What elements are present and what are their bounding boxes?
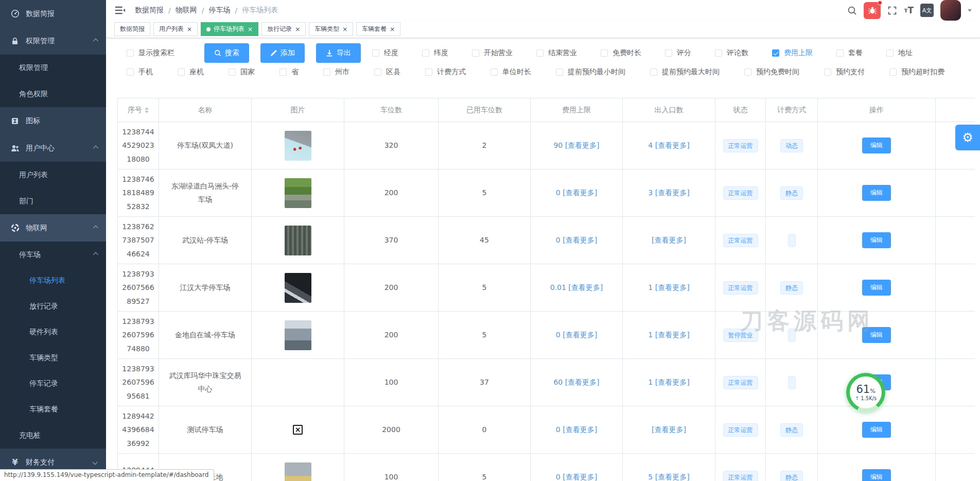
cell-fee-cap-link[interactable]: 0 [查看更多] [531, 406, 623, 454]
filter-checkbox-min-reserve-time[interactable]: 提前预约最小时间 [556, 67, 625, 77]
close-icon[interactable]: × [342, 26, 347, 32]
sidebar-item-role-permission[interactable]: 角色权限 [0, 81, 106, 107]
breadcrumb-item[interactable]: 物联网 [176, 6, 197, 15]
filter-checkbox-province[interactable]: 省 [279, 67, 299, 77]
error-log-button[interactable] [864, 2, 881, 19]
show-search-checkbox[interactable]: 显示搜索栏 [127, 48, 174, 58]
sidebar-item-vehicle-type[interactable]: 车辆类型 [0, 345, 106, 371]
close-icon[interactable]: × [295, 26, 300, 32]
edit-button[interactable]: 编辑 [862, 327, 891, 343]
sidebar-item-user-list[interactable]: 用户列表 [0, 162, 106, 188]
filter-checkbox-country[interactable]: 国家 [229, 67, 255, 77]
checkbox-icon [127, 68, 134, 76]
filter-checkbox-reserve-pay[interactable]: 预约支付 [824, 67, 865, 77]
edit-button[interactable]: 编辑 [862, 280, 891, 296]
filter-checkbox-free-duration[interactable]: 免费时长 [601, 48, 641, 58]
edit-button[interactable]: 编辑 [862, 185, 891, 201]
filter-checkbox-rating[interactable]: 评分 [665, 48, 691, 58]
search-icon[interactable] [847, 6, 857, 15]
edit-button[interactable]: 编辑 [862, 138, 891, 153]
close-icon[interactable]: × [390, 26, 395, 32]
edit-button[interactable]: 编辑 [862, 232, 891, 248]
cell-gates-link[interactable]: 4 [查看更多] [623, 122, 715, 169]
sidebar-item-parking-list[interactable]: 停车场列表 [0, 268, 106, 294]
cell-used: 5 [439, 264, 531, 312]
search-button[interactable]: 搜索 [204, 43, 249, 63]
sidebar-item-department[interactable]: 部门 [0, 188, 106, 214]
filter-checkbox-close-time[interactable]: 结束营业 [536, 48, 577, 58]
cell-gates-link[interactable]: 5 [查看更多] [623, 454, 715, 481]
edit-button[interactable]: 编辑 [862, 469, 891, 481]
cell-fee-cap-link[interactable]: 90 [查看更多] [531, 122, 623, 169]
cell-gates-link[interactable]: 1 [查看更多] [623, 264, 715, 312]
broken-image-icon [293, 425, 303, 435]
filter-checkbox-fee-cap[interactable]: 费用上限 [772, 48, 813, 58]
cell-gates-link[interactable]: [查看更多] [623, 406, 715, 454]
sidebar-item-label: 停车场列表 [29, 276, 65, 285]
cell-fee-cap-link[interactable]: 0 [查看更多] [531, 169, 623, 217]
translate-icon[interactable]: A文 [920, 4, 934, 17]
sidebar-item-icons[interactable]: 图标 [0, 107, 106, 134]
filter-checkbox-district[interactable]: 区县 [374, 67, 400, 77]
tab-user-list[interactable]: 用户列表× [153, 22, 198, 36]
edit-button[interactable]: 编辑 [862, 422, 891, 438]
cell-fee-cap-link[interactable]: 0 [查看更多] [531, 312, 623, 359]
filter-checkbox-city[interactable]: 州市 [323, 67, 349, 77]
cell-fee-cap-link[interactable]: 60 [查看更多] [531, 359, 623, 406]
sidebar-item-user-center[interactable]: 用户中心 [0, 134, 106, 162]
add-button[interactable]: 添加 [260, 43, 305, 63]
breadcrumb-item[interactable]: 数据简报 [135, 6, 164, 15]
sidebar-item-parking-group[interactable]: 停车场 [0, 242, 106, 268]
column-header-used-spots: 已用车位数 [439, 98, 531, 122]
tab-vehicle-type[interactable]: 车辆类型× [309, 22, 353, 36]
settings-panel-button[interactable]: ⚙ [955, 125, 980, 150]
filter-checkbox-reserve-free-time[interactable]: 预约免费时间 [744, 67, 799, 77]
tab-parking-list[interactable]: 停车场列表× [201, 22, 258, 36]
filter-checkbox-reserve-timeout-fee[interactable]: 预约超时扣费 [889, 67, 944, 77]
tab-vehicle-package[interactable]: 车辆套餐× [356, 22, 400, 36]
column-header-fee-cap: 费用上限 [531, 98, 623, 122]
avatar-dropdown-caret[interactable] [968, 9, 972, 12]
cell-gates-link[interactable]: [查看更多] [623, 217, 715, 264]
cell-fee-cap-link[interactable]: 0 [查看更多] [531, 217, 623, 264]
avatar[interactable] [940, 0, 961, 21]
export-button[interactable]: 导出 [316, 43, 361, 63]
tab-pass-records[interactable]: 放行记录× [261, 22, 306, 36]
filter-checkbox-landline[interactable]: 座机 [178, 67, 204, 77]
sidebar-item-vehicle-package[interactable]: 车辆套餐 [0, 397, 106, 422]
filter-checkbox-package[interactable]: 套餐 [836, 48, 863, 58]
close-icon[interactable]: × [187, 26, 192, 32]
filter-checkbox-open-time[interactable]: 开始营业 [472, 48, 513, 58]
checkbox-icon [650, 68, 657, 76]
filter-checkbox-latitude[interactable]: 纬度 [422, 48, 448, 58]
tab-dashboard[interactable]: 数据简报 [114, 22, 150, 36]
fullscreen-icon[interactable] [887, 6, 897, 15]
sort-icon[interactable] [145, 107, 149, 113]
cell-gates-link[interactable]: 1 [查看更多] [623, 312, 715, 359]
filter-checkbox-longitude[interactable]: 经度 [372, 48, 398, 58]
sidebar-item-charging-pile[interactable]: 充电桩 [0, 422, 106, 449]
cell-fee-cap-link[interactable]: 0 [查看更多] [531, 454, 623, 481]
sidebar-item-iot[interactable]: 物联网 [0, 214, 106, 242]
filter-checkbox-mobile[interactable]: 手机 [127, 67, 153, 77]
filter-checkbox-address[interactable]: 地址 [886, 48, 913, 58]
sidebar-item-permission-manage[interactable]: 权限管理 [0, 55, 106, 81]
hamburger-icon[interactable] [114, 5, 126, 16]
close-icon[interactable]: × [248, 26, 253, 32]
sidebar-item-permission-group[interactable]: 权限管理 [0, 27, 106, 55]
column-header-serial[interactable]: 序号 [118, 98, 159, 122]
cell-gates-link[interactable]: 3 [查看更多] [623, 169, 715, 217]
filter-checkbox-comment-count[interactable]: 评论数 [715, 48, 748, 58]
breadcrumb-item[interactable]: 停车场 [208, 6, 230, 15]
filter-checkbox-billing-mode[interactable]: 计费方式 [425, 67, 466, 77]
sidebar-item-parking-records[interactable]: 停车记录 [0, 371, 106, 397]
cell-gates-link[interactable]: 1 [查看更多] [623, 359, 715, 406]
cell-fee-cap-link[interactable]: 0.01 [查看更多] [531, 264, 623, 312]
up-arrow-icon: ↑ [855, 396, 859, 401]
sidebar-item-hardware-list[interactable]: 硬件列表 [0, 319, 106, 345]
sidebar-item-dashboard[interactable]: 数据简报 [0, 0, 106, 27]
filter-checkbox-max-reserve-time[interactable]: 提前预约最大时间 [650, 67, 720, 77]
filter-checkbox-unit-duration[interactable]: 单位时长 [491, 67, 531, 77]
sidebar-item-pass-records[interactable]: 放行记录 [0, 294, 106, 319]
font-size-icon[interactable]: тT [904, 5, 914, 15]
